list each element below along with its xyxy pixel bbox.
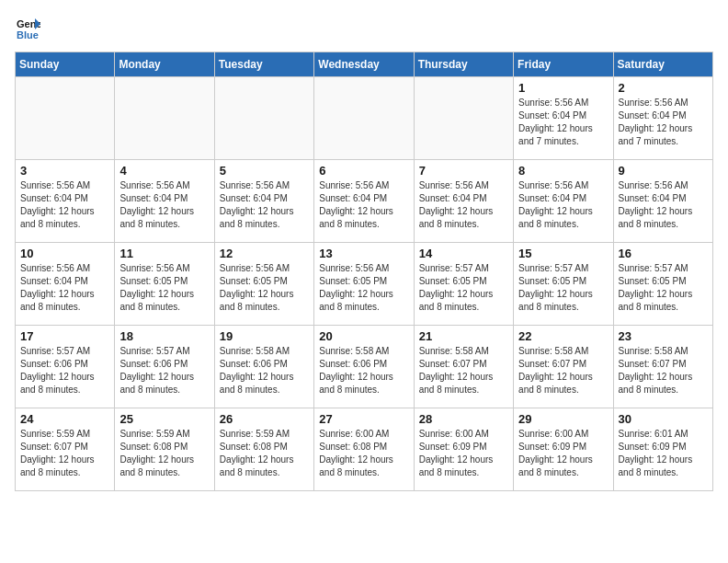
- logo: General Blue: [15, 15, 44, 40]
- day-number: 16: [619, 247, 708, 260]
- calendar-cell: 27Sunrise: 6:00 AM Sunset: 6:08 PM Dayli…: [314, 408, 414, 491]
- day-info: Sunrise: 5:57 AM Sunset: 6:05 PM Dayligh…: [419, 262, 508, 314]
- calendar-cell: 6Sunrise: 5:56 AM Sunset: 6:04 PM Daylig…: [314, 160, 414, 243]
- day-number: 30: [619, 412, 708, 426]
- calendar-week-1: 1Sunrise: 5:56 AM Sunset: 6:04 PM Daylig…: [16, 77, 713, 160]
- calendar-cell: 28Sunrise: 6:00 AM Sunset: 6:09 PM Dayli…: [414, 408, 513, 491]
- day-number: 21: [419, 329, 508, 343]
- day-info: Sunrise: 5:57 AM Sunset: 6:05 PM Dayligh…: [619, 262, 708, 314]
- weekday-header-tuesday: Tuesday: [214, 52, 313, 77]
- day-number: 29: [518, 412, 608, 426]
- day-info: Sunrise: 5:56 AM Sunset: 6:04 PM Dayligh…: [20, 179, 109, 231]
- weekday-header-wednesday: Wednesday: [314, 52, 414, 77]
- svg-text:Blue: Blue: [17, 29, 39, 40]
- day-number: 11: [119, 247, 209, 260]
- day-info: Sunrise: 5:58 AM Sunset: 6:07 PM Dayligh…: [419, 345, 508, 396]
- day-info: Sunrise: 5:56 AM Sunset: 6:05 PM Dayligh…: [220, 262, 309, 314]
- day-info: Sunrise: 5:56 AM Sunset: 6:05 PM Dayligh…: [319, 262, 408, 314]
- calendar-cell: 11Sunrise: 5:56 AM Sunset: 6:05 PM Dayli…: [115, 243, 214, 326]
- day-info: Sunrise: 5:56 AM Sunset: 6:04 PM Dayligh…: [20, 262, 109, 314]
- day-number: 6: [319, 164, 408, 178]
- calendar-cell: 24Sunrise: 5:59 AM Sunset: 6:07 PM Dayli…: [16, 408, 115, 491]
- calendar-cell: 18Sunrise: 5:57 AM Sunset: 6:06 PM Dayli…: [115, 326, 214, 408]
- page-header: General Blue: [15, 15, 713, 40]
- calendar-cell: 25Sunrise: 5:59 AM Sunset: 6:08 PM Dayli…: [115, 408, 214, 491]
- calendar-cell: 16Sunrise: 5:57 AM Sunset: 6:05 PM Dayli…: [613, 243, 712, 326]
- day-number: 2: [619, 81, 708, 95]
- calendar-cell: 8Sunrise: 5:56 AM Sunset: 6:04 PM Daylig…: [514, 160, 613, 243]
- calendar-cell: 29Sunrise: 6:00 AM Sunset: 6:09 PM Dayli…: [514, 408, 613, 491]
- calendar-table: SundayMondayTuesdayWednesdayThursdayFrid…: [15, 52, 713, 491]
- calendar-cell: 14Sunrise: 5:57 AM Sunset: 6:05 PM Dayli…: [414, 243, 513, 326]
- day-number: 24: [20, 412, 109, 426]
- day-info: Sunrise: 5:57 AM Sunset: 6:06 PM Dayligh…: [20, 345, 109, 396]
- day-info: Sunrise: 5:56 AM Sunset: 6:04 PM Dayligh…: [518, 179, 608, 231]
- calendar-cell: [16, 77, 115, 160]
- day-number: 5: [220, 164, 309, 178]
- calendar-cell: [314, 77, 414, 160]
- calendar-cell: 21Sunrise: 5:58 AM Sunset: 6:07 PM Dayli…: [414, 326, 513, 408]
- calendar-cell: [115, 77, 214, 160]
- day-info: Sunrise: 6:00 AM Sunset: 6:09 PM Dayligh…: [518, 428, 608, 479]
- day-number: 10: [20, 247, 109, 260]
- day-number: 1: [518, 81, 608, 95]
- day-info: Sunrise: 5:58 AM Sunset: 6:06 PM Dayligh…: [220, 345, 309, 396]
- day-number: 3: [20, 164, 109, 178]
- day-number: 18: [119, 329, 209, 343]
- day-info: Sunrise: 5:58 AM Sunset: 6:07 PM Dayligh…: [518, 345, 608, 396]
- day-info: Sunrise: 5:56 AM Sunset: 6:04 PM Dayligh…: [119, 179, 209, 231]
- weekday-header-sunday: Sunday: [16, 52, 115, 77]
- weekday-header-saturday: Saturday: [613, 52, 712, 77]
- calendar-cell: 23Sunrise: 5:58 AM Sunset: 6:07 PM Dayli…: [613, 326, 712, 408]
- calendar-cell: 4Sunrise: 5:56 AM Sunset: 6:04 PM Daylig…: [115, 160, 214, 243]
- day-number: 8: [518, 164, 608, 178]
- calendar-cell: 7Sunrise: 5:56 AM Sunset: 6:04 PM Daylig…: [414, 160, 513, 243]
- day-number: 15: [518, 247, 608, 260]
- day-number: 14: [419, 247, 508, 260]
- day-number: 17: [20, 329, 109, 343]
- calendar-week-4: 17Sunrise: 5:57 AM Sunset: 6:06 PM Dayli…: [16, 326, 713, 408]
- weekday-header-row: SundayMondayTuesdayWednesdayThursdayFrid…: [16, 52, 713, 77]
- day-info: Sunrise: 5:56 AM Sunset: 6:04 PM Dayligh…: [619, 179, 708, 231]
- day-info: Sunrise: 6:01 AM Sunset: 6:09 PM Dayligh…: [619, 428, 708, 479]
- calendar-cell: 20Sunrise: 5:58 AM Sunset: 6:06 PM Dayli…: [314, 326, 414, 408]
- day-info: Sunrise: 5:59 AM Sunset: 6:08 PM Dayligh…: [220, 428, 309, 479]
- calendar-cell: 3Sunrise: 5:56 AM Sunset: 6:04 PM Daylig…: [16, 160, 115, 243]
- calendar-week-5: 24Sunrise: 5:59 AM Sunset: 6:07 PM Dayli…: [16, 408, 713, 491]
- day-number: 7: [419, 164, 508, 178]
- day-number: 26: [220, 412, 309, 426]
- calendar-cell: 1Sunrise: 5:56 AM Sunset: 6:04 PM Daylig…: [514, 77, 613, 160]
- logo-icon: General Blue: [15, 15, 40, 40]
- day-number: 19: [220, 329, 309, 343]
- calendar-cell: 12Sunrise: 5:56 AM Sunset: 6:05 PM Dayli…: [214, 243, 313, 326]
- day-info: Sunrise: 5:56 AM Sunset: 6:05 PM Dayligh…: [119, 262, 209, 314]
- day-number: 4: [119, 164, 209, 178]
- calendar-cell: [414, 77, 513, 160]
- day-info: Sunrise: 5:57 AM Sunset: 6:05 PM Dayligh…: [518, 262, 608, 314]
- calendar-week-3: 10Sunrise: 5:56 AM Sunset: 6:04 PM Dayli…: [16, 243, 713, 326]
- calendar-cell: 26Sunrise: 5:59 AM Sunset: 6:08 PM Dayli…: [214, 408, 313, 491]
- day-number: 28: [419, 412, 508, 426]
- day-info: Sunrise: 5:56 AM Sunset: 6:04 PM Dayligh…: [319, 179, 408, 231]
- day-number: 9: [619, 164, 708, 178]
- day-number: 27: [319, 412, 408, 426]
- calendar-cell: 5Sunrise: 5:56 AM Sunset: 6:04 PM Daylig…: [214, 160, 313, 243]
- day-info: Sunrise: 5:58 AM Sunset: 6:07 PM Dayligh…: [619, 345, 708, 396]
- calendar-week-2: 3Sunrise: 5:56 AM Sunset: 6:04 PM Daylig…: [16, 160, 713, 243]
- weekday-header-monday: Monday: [115, 52, 214, 77]
- day-info: Sunrise: 5:56 AM Sunset: 6:04 PM Dayligh…: [619, 97, 708, 148]
- day-info: Sunrise: 6:00 AM Sunset: 6:09 PM Dayligh…: [419, 428, 508, 479]
- calendar-cell: 13Sunrise: 5:56 AM Sunset: 6:05 PM Dayli…: [314, 243, 414, 326]
- calendar-cell: 19Sunrise: 5:58 AM Sunset: 6:06 PM Dayli…: [214, 326, 313, 408]
- day-info: Sunrise: 5:56 AM Sunset: 6:04 PM Dayligh…: [518, 97, 608, 148]
- calendar-cell: 15Sunrise: 5:57 AM Sunset: 6:05 PM Dayli…: [514, 243, 613, 326]
- calendar-cell: 9Sunrise: 5:56 AM Sunset: 6:04 PM Daylig…: [613, 160, 712, 243]
- day-info: Sunrise: 5:56 AM Sunset: 6:04 PM Dayligh…: [220, 179, 309, 231]
- day-number: 25: [119, 412, 209, 426]
- weekday-header-thursday: Thursday: [414, 52, 513, 77]
- day-info: Sunrise: 5:59 AM Sunset: 6:08 PM Dayligh…: [119, 428, 209, 479]
- day-info: Sunrise: 5:58 AM Sunset: 6:06 PM Dayligh…: [319, 345, 408, 396]
- calendar-cell: 2Sunrise: 5:56 AM Sunset: 6:04 PM Daylig…: [613, 77, 712, 160]
- day-info: Sunrise: 5:57 AM Sunset: 6:06 PM Dayligh…: [119, 345, 209, 396]
- calendar-cell: 22Sunrise: 5:58 AM Sunset: 6:07 PM Dayli…: [514, 326, 613, 408]
